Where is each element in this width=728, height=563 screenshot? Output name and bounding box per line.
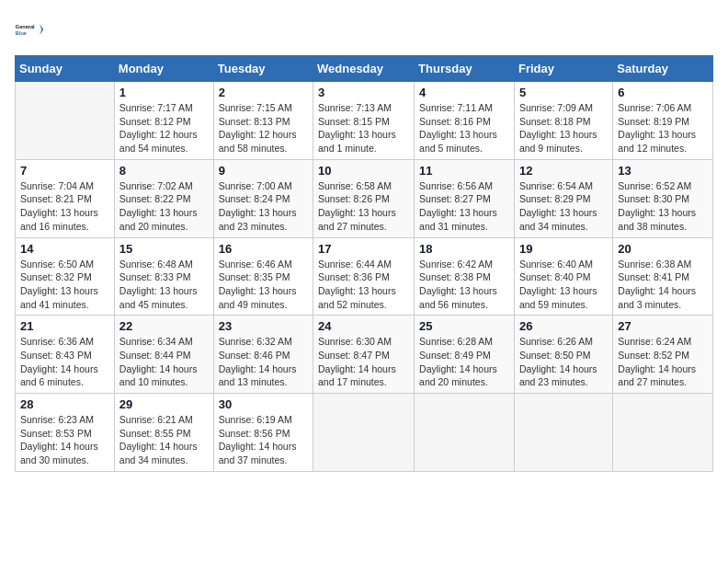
logo-icon: GeneralBlue [15, 15, 44, 44]
day-number: 26 [519, 319, 608, 333]
day-info: Sunrise: 6:56 AMSunset: 8:27 PMDaylight:… [419, 179, 509, 234]
calendar-cell [415, 394, 515, 472]
day-number: 30 [219, 397, 308, 411]
day-info: Sunrise: 6:58 AMSunset: 8:26 PMDaylight:… [318, 179, 409, 234]
day-info: Sunrise: 6:42 AMSunset: 8:38 PMDaylight:… [419, 258, 509, 312]
logo: GeneralBlue [15, 15, 44, 44]
day-number: 15 [119, 242, 209, 256]
calendar-cell: 23Sunrise: 6:32 AMSunset: 8:46 PMDayligh… [213, 316, 313, 394]
calendar-cell: 6Sunrise: 7:06 AMSunset: 8:19 PMDaylight… [613, 82, 713, 160]
day-number: 28 [20, 397, 109, 411]
day-number: 9 [219, 164, 308, 178]
day-info: Sunrise: 6:52 AMSunset: 8:30 PMDaylight:… [618, 179, 708, 234]
page-header: GeneralBlue [15, 15, 713, 44]
day-info: Sunrise: 7:09 AMSunset: 8:18 PMDaylight:… [519, 101, 608, 155]
calendar-cell [16, 82, 115, 160]
calendar-cell: 16Sunrise: 6:46 AMSunset: 8:35 PMDayligh… [213, 237, 313, 316]
day-number: 13 [618, 164, 708, 178]
calendar-cell: 30Sunrise: 6:19 AMSunset: 8:56 PMDayligh… [213, 394, 313, 472]
svg-text:Blue: Blue [16, 30, 27, 36]
calendar-cell: 14Sunrise: 6:50 AMSunset: 8:32 PMDayligh… [16, 237, 115, 316]
day-number: 1 [119, 86, 209, 99]
calendar-cell: 7Sunrise: 7:04 AMSunset: 8:21 PMDaylight… [16, 159, 115, 237]
day-info: Sunrise: 7:15 AMSunset: 8:13 PMDaylight:… [219, 101, 308, 155]
day-number: 11 [419, 164, 509, 178]
day-number: 4 [419, 86, 509, 99]
day-number: 29 [119, 397, 209, 411]
day-info: Sunrise: 6:48 AMSunset: 8:33 PMDaylight:… [119, 258, 209, 312]
calendar-week-row: 28Sunrise: 6:23 AMSunset: 8:53 PMDayligh… [16, 394, 713, 472]
day-number: 12 [519, 164, 608, 178]
weekday-header-cell: Tuesday [213, 56, 313, 82]
calendar-cell: 12Sunrise: 6:54 AMSunset: 8:29 PMDayligh… [514, 159, 612, 237]
calendar-cell: 9Sunrise: 7:00 AMSunset: 8:24 PMDaylight… [213, 159, 313, 237]
day-info: Sunrise: 7:17 AMSunset: 8:12 PMDaylight:… [119, 101, 209, 155]
day-info: Sunrise: 6:44 AMSunset: 8:36 PMDaylight:… [318, 258, 409, 312]
calendar-cell: 5Sunrise: 7:09 AMSunset: 8:18 PMDaylight… [514, 82, 612, 160]
day-info: Sunrise: 6:24 AMSunset: 8:52 PMDaylight:… [618, 335, 708, 389]
day-number: 25 [419, 319, 509, 333]
day-number: 19 [519, 242, 608, 256]
day-number: 24 [318, 319, 409, 333]
weekday-header-row: SundayMondayTuesdayWednesdayThursdayFrid… [16, 56, 713, 82]
calendar-week-row: 14Sunrise: 6:50 AMSunset: 8:32 PMDayligh… [16, 237, 713, 316]
day-info: Sunrise: 7:04 AMSunset: 8:21 PMDaylight:… [20, 179, 109, 234]
day-number: 17 [318, 242, 409, 256]
day-number: 10 [318, 164, 409, 178]
calendar-cell [313, 394, 415, 472]
calendar-week-row: 1Sunrise: 7:17 AMSunset: 8:12 PMDaylight… [16, 82, 713, 160]
day-info: Sunrise: 6:26 AMSunset: 8:50 PMDaylight:… [519, 335, 608, 389]
weekday-header-cell: Sunday [16, 56, 115, 82]
day-number: 8 [119, 164, 209, 178]
calendar-cell: 26Sunrise: 6:26 AMSunset: 8:50 PMDayligh… [514, 316, 612, 394]
calendar-cell [613, 394, 713, 472]
day-info: Sunrise: 7:13 AMSunset: 8:15 PMDaylight:… [318, 101, 409, 155]
day-number: 14 [20, 242, 109, 256]
weekday-header-cell: Friday [514, 56, 612, 82]
calendar-cell: 8Sunrise: 7:02 AMSunset: 8:22 PMDaylight… [114, 159, 213, 237]
day-info: Sunrise: 6:54 AMSunset: 8:29 PMDaylight:… [519, 179, 608, 234]
day-number: 5 [519, 86, 608, 99]
calendar-week-row: 7Sunrise: 7:04 AMSunset: 8:21 PMDaylight… [16, 159, 713, 237]
day-info: Sunrise: 6:46 AMSunset: 8:35 PMDaylight:… [219, 258, 308, 312]
svg-text:General: General [16, 24, 35, 29]
day-number: 16 [219, 242, 308, 256]
day-info: Sunrise: 6:38 AMSunset: 8:41 PMDaylight:… [618, 258, 708, 312]
day-info: Sunrise: 6:32 AMSunset: 8:46 PMDaylight:… [219, 335, 308, 389]
calendar-cell: 21Sunrise: 6:36 AMSunset: 8:43 PMDayligh… [16, 316, 115, 394]
calendar-cell: 3Sunrise: 7:13 AMSunset: 8:15 PMDaylight… [313, 82, 415, 160]
day-number: 20 [618, 242, 708, 256]
day-info: Sunrise: 6:21 AMSunset: 8:55 PMDaylight:… [119, 413, 209, 467]
weekday-header-cell: Saturday [613, 56, 713, 82]
calendar-cell: 25Sunrise: 6:28 AMSunset: 8:49 PMDayligh… [415, 316, 515, 394]
calendar-cell: 27Sunrise: 6:24 AMSunset: 8:52 PMDayligh… [613, 316, 713, 394]
calendar-cell: 10Sunrise: 6:58 AMSunset: 8:26 PMDayligh… [313, 159, 415, 237]
weekday-header-cell: Wednesday [313, 56, 415, 82]
calendar-cell: 20Sunrise: 6:38 AMSunset: 8:41 PMDayligh… [613, 237, 713, 316]
calendar-cell: 1Sunrise: 7:17 AMSunset: 8:12 PMDaylight… [114, 82, 213, 160]
day-info: Sunrise: 6:28 AMSunset: 8:49 PMDaylight:… [419, 335, 509, 389]
day-number: 21 [20, 319, 109, 333]
calendar-table: SundayMondayTuesdayWednesdayThursdayFrid… [15, 55, 713, 472]
calendar-cell: 22Sunrise: 6:34 AMSunset: 8:44 PMDayligh… [114, 316, 213, 394]
calendar-cell: 29Sunrise: 6:21 AMSunset: 8:55 PMDayligh… [114, 394, 213, 472]
calendar-cell [514, 394, 612, 472]
day-number: 23 [219, 319, 308, 333]
weekday-header-cell: Monday [114, 56, 213, 82]
day-info: Sunrise: 6:30 AMSunset: 8:47 PMDaylight:… [318, 335, 409, 389]
calendar-cell: 24Sunrise: 6:30 AMSunset: 8:47 PMDayligh… [313, 316, 415, 394]
day-info: Sunrise: 6:50 AMSunset: 8:32 PMDaylight:… [20, 258, 109, 312]
day-info: Sunrise: 6:23 AMSunset: 8:53 PMDaylight:… [20, 413, 109, 467]
day-number: 2 [219, 86, 308, 99]
day-number: 22 [119, 319, 209, 333]
day-number: 7 [20, 164, 109, 178]
day-info: Sunrise: 7:11 AMSunset: 8:16 PMDaylight:… [419, 101, 509, 155]
svg-marker-2 [40, 24, 43, 35]
calendar-cell: 28Sunrise: 6:23 AMSunset: 8:53 PMDayligh… [16, 394, 115, 472]
calendar-cell: 4Sunrise: 7:11 AMSunset: 8:16 PMDaylight… [415, 82, 515, 160]
day-number: 27 [618, 319, 708, 333]
calendar-cell: 2Sunrise: 7:15 AMSunset: 8:13 PMDaylight… [213, 82, 313, 160]
day-info: Sunrise: 6:40 AMSunset: 8:40 PMDaylight:… [519, 258, 608, 312]
day-info: Sunrise: 6:19 AMSunset: 8:56 PMDaylight:… [219, 413, 308, 467]
day-info: Sunrise: 6:36 AMSunset: 8:43 PMDaylight:… [20, 335, 109, 389]
